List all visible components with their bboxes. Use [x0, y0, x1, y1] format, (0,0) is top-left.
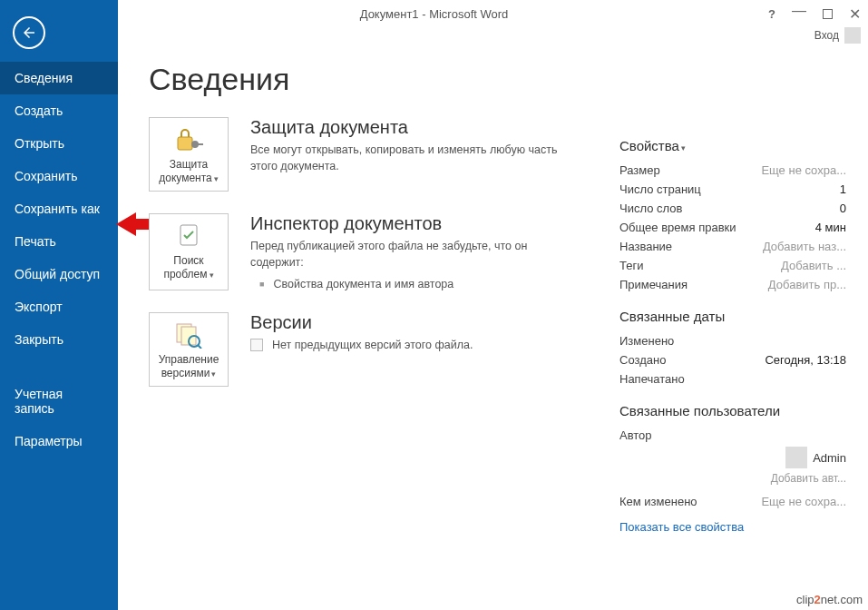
prop-value[interactable]: Добавить пр...: [768, 278, 846, 291]
show-all-properties-link[interactable]: Показать все свойства: [619, 520, 846, 534]
sidebar-item-close[interactable]: Закрыть: [0, 323, 118, 356]
page-title: Сведения: [149, 62, 837, 97]
close-button[interactable]: ✕: [849, 5, 861, 23]
svg-point-2: [191, 141, 199, 148]
sidebar-item-new[interactable]: Создать: [0, 94, 118, 127]
prop-key: Общее время правки: [619, 221, 736, 234]
sidebar-item-export[interactable]: Экспорт: [0, 290, 118, 323]
help-button[interactable]: ?: [768, 7, 775, 21]
prop-key: Число слов: [619, 202, 682, 215]
prop-value[interactable]: Еще не сохра...: [761, 163, 846, 177]
prop-value: 1: [840, 182, 846, 196]
svg-line-8: [198, 345, 201, 349]
properties-heading[interactable]: Свойства▾: [619, 138, 846, 153]
prop-key: Размер: [619, 163, 660, 177]
date-key: Изменено: [619, 334, 674, 348]
check-issues-button[interactable]: Поиск проблем▾: [149, 213, 229, 290]
watermark: clip2net.com: [796, 593, 863, 606]
date-key: Создано: [619, 353, 666, 367]
date-value: Сегодня, 13:18: [765, 353, 846, 367]
version-item-icon: [250, 339, 263, 351]
sidebar-item-print[interactable]: Печать: [0, 225, 118, 258]
window-title: Документ1 - Microsoft Word: [360, 7, 509, 21]
inspect-item: Свойства документа и имя автора: [259, 278, 577, 290]
protect-document-button[interactable]: Защита документа▾: [149, 117, 229, 192]
backstage-sidebar: Сведения Создать Открыть Сохранить Сохра…: [0, 0, 118, 610]
author-avatar-icon: [785, 447, 807, 468]
add-author-link[interactable]: Добавить авт...: [619, 472, 846, 485]
prop-key: Примечания: [619, 278, 688, 291]
changed-by-value: Еще не сохра...: [761, 495, 846, 508]
svg-rect-3: [198, 143, 203, 145]
properties-panel: Свойства▾ РазмерЕще не сохра...Число стр…: [619, 123, 846, 534]
sidebar-item-options[interactable]: Параметры: [0, 425, 118, 458]
author-label: Автор: [619, 428, 652, 442]
prop-value: 4 мин: [815, 221, 846, 234]
date-key: Напечатано: [619, 372, 685, 386]
sidebar-item-share[interactable]: Общий доступ: [0, 258, 118, 290]
sidebar-item-saveas[interactable]: Сохранить как: [0, 192, 118, 225]
protect-desc: Все могут открывать, копировать и изменя…: [250, 142, 577, 174]
document-check-icon: [153, 221, 224, 251]
sidebar-item-info[interactable]: Сведения: [0, 62, 118, 94]
back-button[interactable]: [13, 16, 45, 49]
inspect-heading: Инспектор документов: [250, 213, 577, 234]
versions-icon: [153, 320, 224, 349]
manage-versions-button[interactable]: Управление версиями▾: [149, 312, 229, 387]
protect-heading: Защита документа: [250, 117, 577, 138]
versions-heading: Версии: [250, 312, 577, 333]
author-entry[interactable]: Admin: [785, 447, 846, 468]
prop-key: Число страниц: [619, 182, 701, 196]
arrow-left-icon: [21, 25, 37, 41]
sidebar-item-save[interactable]: Сохранить: [0, 160, 118, 192]
maximize-button[interactable]: [823, 9, 833, 19]
related-dates-heading: Связанные даты: [619, 309, 846, 324]
prop-value[interactable]: Добавить ...: [781, 259, 846, 272]
related-people-heading: Связанные пользователи: [619, 403, 846, 418]
sidebar-item-open[interactable]: Открыть: [0, 127, 118, 160]
prop-value: 0: [840, 202, 846, 215]
changed-by-label: Кем изменено: [619, 495, 697, 508]
lock-key-icon: [153, 125, 224, 154]
author-name: Admin: [813, 451, 846, 465]
svg-rect-1: [178, 137, 192, 150]
prop-key: Теги: [619, 259, 643, 272]
inspect-desc: Перед публикацией этого файла не забудьт…: [250, 238, 577, 271]
prop-value[interactable]: Добавить наз...: [763, 240, 846, 253]
prop-key: Название: [619, 240, 672, 253]
sidebar-item-account[interactable]: Учетная запись: [0, 378, 118, 425]
signin-link[interactable]: Вход: [814, 29, 839, 42]
minimize-button[interactable]: —: [792, 3, 806, 19]
versions-desc: Нет предыдущих версий этого файла.: [272, 337, 473, 353]
user-avatar-placeholder[interactable]: [844, 27, 861, 44]
